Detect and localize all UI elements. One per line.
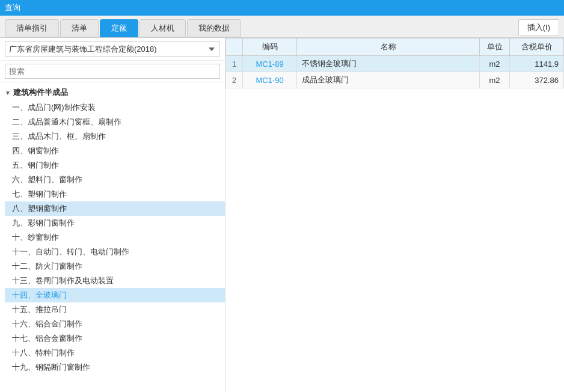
quota-dropdown[interactable]: 广东省房屋建筑与装饰工程综合定额(2018) (5, 41, 220, 57)
tab-bar: 清单指引 清单 定额 人材机 我的数据 插入(I) (0, 16, 564, 37)
cell-price-0: 1141.9 (510, 56, 564, 72)
tree-item-2[interactable]: 三、成品木门、框、扇制作 (5, 129, 225, 144)
cell-code-1: MC1-90 (243, 72, 297, 88)
tree-children: 一、成品门(网)制作安装 二、成品普通木门窗框、扇制作 三、成品木门、框、扇制作… (0, 100, 225, 375)
tree-item-18[interactable]: 十九、钢隔断门窗制作 (5, 360, 225, 375)
dropdown-area: 广东省房屋建筑与装饰工程综合定额(2018) (0, 38, 225, 61)
content-area: 广东省房屋建筑与装饰工程综合定额(2018) ▼ 建筑构件半成品 一、成品门(网… (0, 37, 564, 392)
right-panel: 编码 名称 单位 含税单价 1 MC1-89 不锈钢全玻璃门 m2 1141.9 (225, 38, 564, 392)
main-container: 清单指引 清单 定额 人材机 我的数据 插入(I) 广东省房屋建筑与装饰工程综合… (0, 16, 564, 392)
tree-item-9[interactable]: 十、纱窗制作 (5, 230, 225, 245)
tree-item-14[interactable]: 十五、推拉吊门 (5, 302, 225, 317)
cell-unit-0: m2 (480, 56, 510, 72)
tree-item-8[interactable]: 九、彩钢门窗制作 (5, 216, 225, 230)
search-input[interactable] (5, 64, 220, 79)
title-label: 查询 (5, 2, 20, 13)
col-header-rownum (226, 38, 243, 56)
cell-name-1: 成品全玻璃门 (297, 72, 480, 88)
tree-item-0[interactable]: 一、成品门(网)制作安装 (5, 100, 225, 115)
cell-rownum-1: 2 (226, 72, 243, 88)
tab-dinge[interactable]: 定额 (100, 19, 138, 37)
tree-item-4[interactable]: 五、钢门制作 (5, 158, 225, 173)
tree-item-17[interactable]: 十八、特种门制作 (5, 346, 225, 360)
search-area (0, 61, 225, 82)
col-header-unit: 单位 (480, 38, 510, 56)
table-container: 编码 名称 单位 含税单价 1 MC1-89 不锈钢全玻璃门 m2 1141.9 (225, 38, 564, 392)
title-bar: 查询 (0, 0, 564, 16)
tree-item-13[interactable]: 十四、全玻璃门 (5, 288, 225, 302)
table-row[interactable]: 1 MC1-89 不锈钢全玻璃门 m2 1141.9 (226, 56, 564, 72)
tab-qingdan-zhiyin[interactable]: 清单指引 (5, 19, 59, 37)
tree-area: ▼ 建筑构件半成品 一、成品门(网)制作安装 二、成品普通木门窗框、扇制作 三、… (0, 82, 225, 392)
tree-item-1[interactable]: 二、成品普通木门窗框、扇制作 (5, 115, 225, 129)
tree-item-7[interactable]: 八、塑钢窗制作 (5, 201, 225, 216)
cell-unit-1: m2 (480, 72, 510, 88)
tree-root-label: 建筑构件半成品 (13, 87, 68, 98)
col-header-name: 名称 (297, 38, 480, 56)
tree-item-6[interactable]: 七、塑钢门制作 (5, 187, 225, 201)
cell-price-1: 372.86 (510, 72, 564, 88)
tree-item-15[interactable]: 十六、铝合金门制作 (5, 317, 225, 331)
tree-item-3[interactable]: 四、钢窗制作 (5, 144, 225, 158)
cell-rownum-0: 1 (226, 56, 243, 72)
tree-root[interactable]: ▼ 建筑构件半成品 (0, 85, 225, 100)
col-header-price: 含税单价 (510, 38, 564, 56)
tree-item-12[interactable]: 十三、卷闸门制作及电动装置 (5, 274, 225, 288)
tree-item-10[interactable]: 十一、自动门、转门、电动门制作 (5, 245, 225, 259)
data-table: 编码 名称 单位 含税单价 1 MC1-89 不锈钢全玻璃门 m2 1141.9 (225, 38, 564, 88)
tree-toggle-icon: ▼ (5, 90, 11, 96)
tab-wode-shuju[interactable]: 我的数据 (187, 19, 241, 37)
cell-code-0: MC1-89 (243, 56, 297, 72)
tree-item-11[interactable]: 十二、防火门窗制作 (5, 259, 225, 274)
insert-button[interactable]: 插入(I) (518, 19, 559, 36)
table-row[interactable]: 2 MC1-90 成品全玻璃门 m2 372.86 (226, 72, 564, 88)
tree-item-16[interactable]: 十七、铝合金窗制作 (5, 331, 225, 346)
tab-rencaiji[interactable]: 人材机 (139, 19, 186, 37)
tab-qingdan[interactable]: 清单 (60, 19, 99, 37)
tree-item-5[interactable]: 六、塑料门、窗制作 (5, 173, 225, 187)
cell-name-0: 不锈钢全玻璃门 (297, 56, 480, 72)
col-header-code: 编码 (243, 38, 297, 56)
left-panel: 广东省房屋建筑与装饰工程综合定额(2018) ▼ 建筑构件半成品 一、成品门(网… (0, 38, 225, 392)
